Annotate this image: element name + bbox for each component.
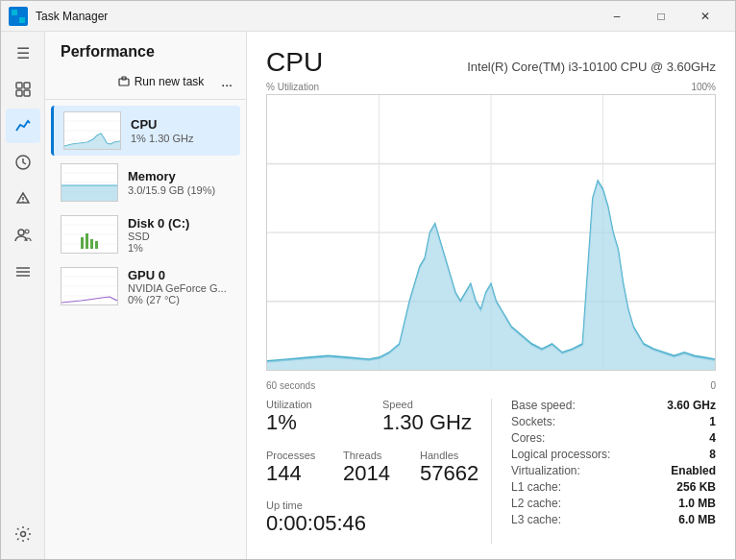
gpu-thumbnail — [61, 267, 118, 305]
close-button[interactable]: ✕ — [683, 1, 727, 32]
disk-thumbnail — [61, 215, 118, 254]
spec-logical-processors: Logical processors: 8 — [511, 448, 716, 461]
processes-label: Processes — [266, 450, 337, 461]
svg-point-13 — [25, 230, 29, 233]
cpu-info: CPU 1% 1.30 GHz — [131, 117, 231, 144]
speed-value: 1.30 GHz — [382, 410, 491, 435]
memory-nav-item[interactable]: Memory 3.0/15.9 GB (19%) — [51, 158, 240, 207]
svg-rect-6 — [16, 90, 22, 96]
cpu-model: Intel(R) Core(TM) i3-10100 CPU @ 3.60GHz — [467, 60, 716, 74]
performance-nav-icon[interactable] — [6, 109, 40, 143]
details-nav-icon[interactable] — [6, 255, 40, 289]
settings-nav-icon[interactable] — [6, 517, 40, 551]
chart-util-label: % Utilization — [266, 82, 319, 92]
svg-rect-37 — [90, 239, 93, 249]
spec-l1-cache: L1 cache: 256 KB — [511, 480, 716, 494]
spec-l2-cache: L2 cache: 1.0 MB — [511, 497, 716, 510]
cpu-chart — [266, 94, 716, 371]
memory-detail: 3.0/15.9 GB (19%) — [128, 184, 231, 196]
processes-value: 144 — [266, 461, 337, 486]
handles-label: Handles — [420, 450, 491, 461]
utilization-label: Utilization — [266, 399, 375, 410]
spec-sockets: Sockets: 1 — [511, 415, 716, 428]
cpu-thumbnail — [63, 111, 121, 150]
utilization-stat: Utilization 1% — [266, 399, 375, 435]
svg-rect-36 — [86, 233, 88, 249]
cpu-main-panel: CPU Intel(R) Core(TM) i3-10100 CPU @ 3.6… — [247, 32, 735, 559]
handles-value: 57662 — [420, 461, 491, 486]
processes-icon[interactable] — [6, 72, 40, 107]
nav-header: Performance — [45, 32, 246, 68]
chart-labels-top: % Utilization 100% — [266, 82, 716, 92]
window-title: Task Manager — [36, 10, 595, 23]
left-sidebar: ☰ — [1, 32, 45, 559]
gpu-nav-item[interactable]: GPU 0 NVIDIA GeForce G... 0% (27 °C) — [51, 261, 240, 311]
disk-detail-line1: SSD — [128, 231, 231, 242]
minimize-button[interactable]: – — [595, 1, 639, 32]
device-list: CPU 1% 1.30 GHz — [45, 104, 246, 313]
threads-label: Threads — [343, 450, 414, 461]
gpu-detail-line1: NVIDIA GeForce G... — [128, 282, 231, 294]
utilization-value: 1% — [266, 410, 375, 435]
cpu-name: CPU — [131, 117, 231, 132]
disk-nav-item[interactable]: Disk 0 (C:) SSD 1% — [51, 209, 240, 259]
app-icon — [9, 7, 28, 26]
cpu-panel-title: CPU — [266, 47, 323, 78]
svg-rect-2 — [12, 17, 17, 23]
threads-value: 2014 — [343, 461, 414, 486]
chart-max-label: 100% — [691, 82, 716, 92]
svg-point-11 — [22, 201, 24, 203]
memory-thumbnail — [61, 163, 118, 202]
disk-info: Disk 0 (C:) SSD 1% — [128, 216, 231, 254]
title-bar: Task Manager – □ ✕ — [1, 1, 735, 32]
window-controls: – □ ✕ — [595, 1, 727, 32]
chart-labels-bottom: 60 seconds 0 — [266, 380, 716, 391]
chart-time-right: 0 — [710, 380, 716, 391]
handles-stat: Handles 57662 — [420, 450, 491, 486]
stats-left: Utilization 1% Speed 1.30 GHz Processes … — [266, 399, 491, 544]
nav-title: Performance — [61, 43, 155, 61]
cpu-specs: Base speed: 3.60 GHz Sockets: 1 Cores: 4 — [511, 399, 716, 526]
cpu-detail: 1% 1.30 GHz — [131, 133, 231, 144]
svg-rect-1 — [19, 10, 25, 15]
svg-rect-3 — [19, 17, 25, 23]
disk-name: Disk 0 (C:) — [128, 216, 231, 231]
gpu-info: GPU 0 NVIDIA GeForce G... 0% (27 °C) — [128, 268, 231, 305]
svg-rect-38 — [95, 241, 98, 249]
nav-panel: Performance Run new task ... — [45, 32, 247, 559]
run-new-task-button[interactable]: Run new task — [108, 71, 214, 92]
run-task-icon — [117, 75, 131, 88]
cpu-nav-item[interactable]: CPU 1% 1.30 GHz — [51, 106, 240, 156]
svg-rect-7 — [24, 90, 30, 96]
disk-detail-line2: 1% — [128, 242, 231, 254]
svg-point-12 — [18, 230, 24, 235]
nav-toolbar: Run new task ... — [45, 68, 246, 100]
more-options-button[interactable]: ... — [213, 70, 240, 93]
svg-rect-4 — [16, 83, 22, 88]
users-nav-icon[interactable] — [6, 218, 40, 253]
task-manager-window: Task Manager – □ ✕ ☰ — [0, 0, 736, 560]
svg-point-17 — [20, 532, 25, 537]
svg-rect-5 — [24, 83, 30, 88]
chart-time-left: 60 seconds — [266, 380, 315, 391]
gpu-name: GPU 0 — [128, 268, 231, 282]
uptime-stat: Up time 0:00:05:46 — [266, 499, 491, 536]
uptime-label: Up time — [266, 499, 491, 511]
stats-grid: Utilization 1% Speed 1.30 GHz Processes … — [266, 399, 716, 544]
maximize-button[interactable]: □ — [639, 1, 683, 32]
speed-stat: Speed 1.30 GHz — [382, 399, 491, 435]
gpu-detail-line2: 0% (27 °C) — [128, 294, 231, 305]
cpu-header: CPU Intel(R) Core(TM) i3-10100 CPU @ 3.6… — [266, 47, 716, 78]
stats-right: Base speed: 3.60 GHz Sockets: 1 Cores: 4 — [491, 399, 716, 544]
startup-nav-icon[interactable] — [6, 182, 40, 216]
memory-name: Memory — [128, 169, 231, 183]
spec-base-speed: Base speed: 3.60 GHz — [511, 399, 716, 412]
spec-cores: Cores: 4 — [511, 431, 716, 445]
svg-marker-29 — [61, 185, 117, 201]
svg-rect-35 — [81, 237, 84, 249]
spec-l3-cache: L3 cache: 6.0 MB — [511, 513, 716, 526]
menu-icon[interactable]: ☰ — [6, 36, 40, 70]
uptime-value: 0:00:05:46 — [266, 511, 491, 536]
spec-virtualization: Virtualization: Enabled — [511, 464, 716, 477]
history-nav-icon[interactable] — [6, 145, 40, 180]
